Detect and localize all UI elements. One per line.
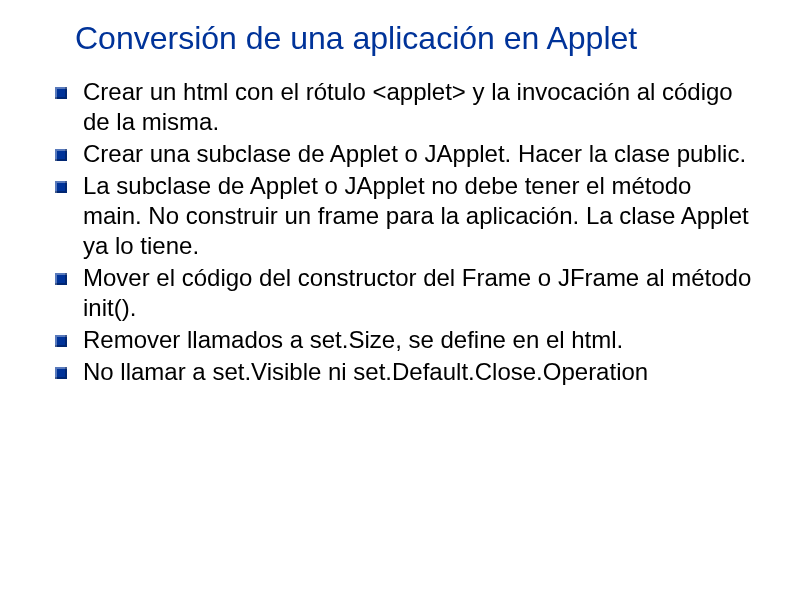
list-item: La subclase de Applet o JApplet no debe … [55,171,754,261]
slide-title: Conversión de una aplicación en Applet [75,20,754,57]
list-item: Mover el código del constructor del Fram… [55,263,754,323]
list-item: Crear un html con el rótulo <applet> y l… [55,77,754,137]
bullet-list: Crear un html con el rótulo <applet> y l… [55,77,754,387]
slide: Conversión de una aplicación en Applet C… [0,0,794,595]
list-item: Remover llamados a set.Size, se define e… [55,325,754,355]
list-item: No llamar a set.Visible ni set.Default.C… [55,357,754,387]
list-item: Crear una subclase de Applet o JApplet. … [55,139,754,169]
